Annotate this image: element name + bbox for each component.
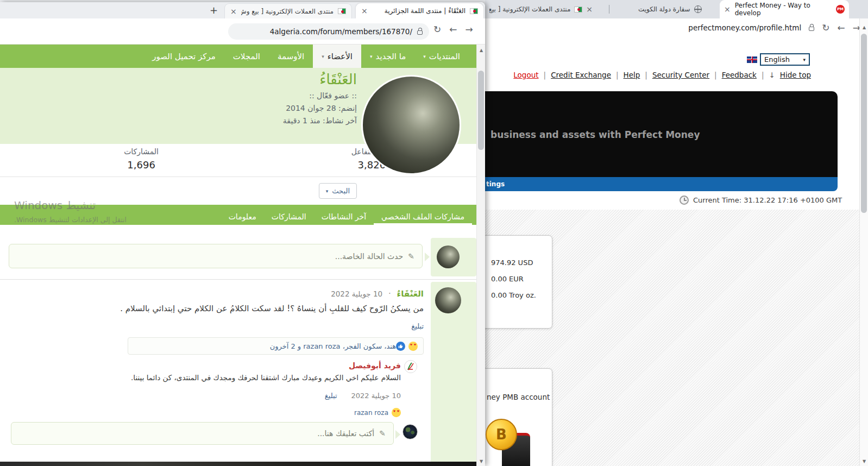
status-placeholder: حدث الحالة الخاصة... xyxy=(335,252,404,261)
status-avatar[interactable] xyxy=(437,245,460,268)
lock-icon[interactable] xyxy=(417,30,423,35)
help-link[interactable]: Help xyxy=(624,71,640,79)
fg-forward-icon[interactable]: → xyxy=(466,24,473,35)
new-tab-button[interactable]: + xyxy=(210,4,218,16)
report-link[interactable]: تبليغ xyxy=(411,322,424,330)
algeria-flag-icon xyxy=(338,8,346,14)
tab-postings[interactable]: المشاركات xyxy=(264,207,314,225)
logout-link[interactable]: Logout xyxy=(513,71,538,79)
bg-scroll-thumb[interactable] xyxy=(861,34,867,213)
fg-scrollbar[interactable]: ▲ ▼ xyxy=(476,45,485,466)
gold-coin-image: B xyxy=(486,419,517,450)
fg-scroll-up-icon[interactable]: ▲ xyxy=(477,48,486,53)
bg-tab-strip: منتدى العملات الإلكترونية [ بيع وش × سفا… xyxy=(485,0,868,18)
security-center-link[interactable]: Security Center xyxy=(652,71,709,79)
down-arrow-icon: ↓ xyxy=(769,71,775,79)
nav-item-image-center[interactable]: مركز تحميل الصور xyxy=(143,45,224,68)
fg-tab-profile-close-icon[interactable]: × xyxy=(361,7,368,15)
bg-back-icon[interactable]: ← xyxy=(838,22,845,33)
fg-scroll-thumb[interactable] xyxy=(478,71,484,150)
fg-reload-icon[interactable]: ↻ xyxy=(433,24,441,35)
fg-tab-ecurrency-close-icon[interactable]: × xyxy=(230,7,237,16)
nav-label: الأعضاء xyxy=(328,52,353,61)
nav-item-journals[interactable]: المجلات xyxy=(224,45,269,68)
menu-item-settings-cut[interactable]: tings xyxy=(485,180,505,188)
divider xyxy=(0,177,476,177)
fg-address-bar[interactable]: 4algeria.com/forum/members/167870/ xyxy=(228,23,429,40)
fg-scroll-down-icon[interactable]: ▼ xyxy=(477,459,486,464)
post-author-avatar[interactable] xyxy=(435,287,461,313)
last-activity: آخر نشاط: منذ 1 دقيقة xyxy=(283,116,357,125)
reply-date[interactable]: 10 جويلية 2022 xyxy=(351,392,401,400)
lock-icon[interactable] xyxy=(809,27,814,31)
reply-author-avatar[interactable] xyxy=(404,360,417,373)
feedback-link[interactable]: Feedback xyxy=(722,71,757,79)
tab-about[interactable]: معلومات xyxy=(221,207,264,225)
perfectmoney-page: English ▾ Logout | Credit Exchange | Hel… xyxy=(485,37,859,466)
pencil-icon: ✎ xyxy=(379,429,386,438)
profile-avatar[interactable] xyxy=(363,77,460,173)
tab-profile-posts[interactable]: مشاركات الملف الشخصي xyxy=(374,207,472,225)
bg-tab-perfectmoney-title: Perfect Money - Way to develop xyxy=(735,2,832,17)
post-author-name[interactable]: العَنْقَاءُ xyxy=(397,289,424,299)
hide-top-link[interactable]: Hide top xyxy=(780,71,811,79)
chevron-down-icon: ▾ xyxy=(370,54,373,59)
pmb-account-text: ney PMB account xyxy=(487,393,550,401)
heart-eyes-reaction-icon xyxy=(392,408,401,417)
foreground-browser-window: + × منتدى العملات الإلكترونية [ بيع وش ×… xyxy=(0,2,485,466)
bg-scroll-down-icon[interactable]: ▼ xyxy=(860,459,868,464)
nav-item-medals[interactable]: الأوسمة xyxy=(269,45,313,68)
pm-menu-bar[interactable]: tings xyxy=(485,177,838,191)
bg-tab-perfectmoney-close-icon[interactable]: × xyxy=(724,5,731,14)
fg-tab-profile-title: العَنْقَاءُ | منتدى اللمة الجزائرية xyxy=(372,7,466,15)
bg-tab-perfectmoney[interactable]: × Perfect Money - Way to develop PM xyxy=(720,0,849,18)
bubble-tail xyxy=(395,430,400,439)
bg-tab-ecurrency[interactable]: منتدى العملات الإلكترونية [ بيع وش × xyxy=(489,0,593,18)
algeria-flag-icon xyxy=(470,8,478,14)
credit-exchange-link[interactable]: Credit Exchange xyxy=(551,71,611,79)
search-button-label: البحث xyxy=(332,187,350,195)
bg-url-text[interactable]: perfectmoney.com/profile.html xyxy=(688,23,801,32)
reply-report-link[interactable]: تبليغ xyxy=(325,392,337,400)
chevron-down-icon: ▾ xyxy=(423,54,426,59)
bg-scroll-up-icon[interactable]: ▲ xyxy=(860,25,868,30)
bg-scrollbar[interactable]: ▲ ▼ xyxy=(859,18,868,466)
link-separator: | xyxy=(762,71,764,79)
banner-slogan: business and assets with Perfect Money xyxy=(490,129,700,140)
search-button[interactable]: البحث ▾ xyxy=(319,183,357,199)
bg-tab-ecurrency-close-icon[interactable]: × xyxy=(586,5,593,14)
status-update-input[interactable]: ✎ حدث الحالة الخاصة... xyxy=(9,244,423,268)
nav-item-forums[interactable]: المنتديات ▾ xyxy=(414,45,469,68)
fg-tab-profile[interactable]: × العَنْقَاءُ | منتدى اللمة الجزائرية xyxy=(356,3,483,18)
language-select[interactable]: English ▾ xyxy=(760,53,810,66)
fg-back-icon[interactable]: ← xyxy=(449,24,457,35)
algeria-flag-icon xyxy=(574,7,582,12)
post-date[interactable]: 10 جويلية 2022 xyxy=(331,289,382,298)
desktop: منتدى العملات الإلكترونية [ بيع وش × سفا… xyxy=(0,0,868,466)
reply-reaction: razan roza xyxy=(354,408,401,417)
nav-item-whats-new[interactable]: ما الجديد ▾ xyxy=(361,45,414,68)
watermark-line1: تنشيط Windows xyxy=(14,199,127,212)
bg-tab-kuwait[interactable]: سفارة دولة الكويت xyxy=(638,0,717,18)
language-selector: English ▾ xyxy=(747,53,810,66)
fg-tab-ecurrency[interactable]: × منتدى العملات الإلكترونية [ بيع وش xyxy=(224,3,352,18)
nav-item-members[interactable]: الأعضاء ▾ xyxy=(313,45,361,68)
fg-nav-buttons: ↻ ← → xyxy=(433,24,473,35)
reaction-user-names[interactable]: هند، سكون الفجر، razan roza و 2 آخرون xyxy=(270,342,396,350)
reactions-bar[interactable]: هند، سكون الفجر، razan roza و 2 آخرون xyxy=(128,337,424,355)
comment-composer-avatar[interactable] xyxy=(402,424,418,439)
stat-messages-label[interactable]: المشاركات xyxy=(124,147,159,156)
stat-messages: المشاركات 1,696 xyxy=(124,147,159,171)
status-composer: ✎ حدث الحالة الخاصة... xyxy=(0,237,476,278)
reply-reaction-user[interactable]: razan roza xyxy=(354,409,388,417)
reply-author-name[interactable]: فريد أبوفيصل xyxy=(349,361,401,370)
bg-reload-icon[interactable]: ↻ xyxy=(822,22,829,33)
fg-tab-ecurrency-title: منتدى العملات الإلكترونية [ بيع وش xyxy=(241,8,334,15)
comment-input[interactable]: ✎ أكتب تعليقك هنا... xyxy=(11,422,394,445)
background-browser-window: منتدى العملات الإلكترونية [ بيع وش × سفا… xyxy=(485,0,868,466)
fg-url-text[interactable]: 4algeria.com/forum/members/167870/ xyxy=(270,27,412,36)
forum-navbar: المنتديات ▾ ما الجديد ▾ الأعضاء ▾ الأوسم… xyxy=(0,45,476,68)
balance-gold: 0.00 Troy oz. xyxy=(491,291,536,299)
pmb-account-card: ney PMB account B xyxy=(485,368,552,466)
tab-latest-activity[interactable]: آخر النشاطات xyxy=(314,207,374,225)
